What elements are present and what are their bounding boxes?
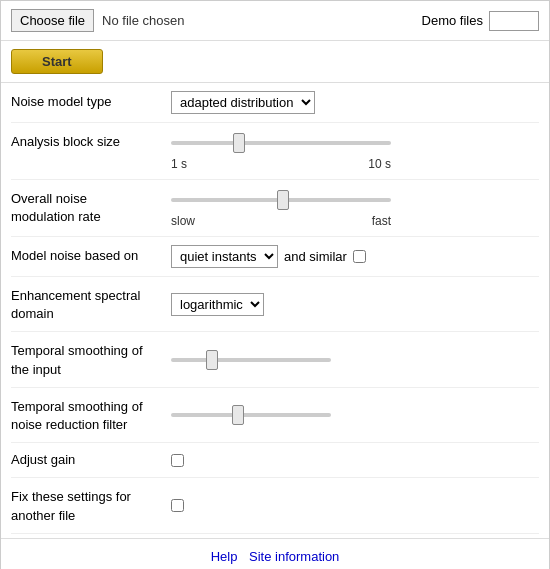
- noise-model-type-label: Noise model type: [11, 93, 171, 111]
- demo-files-input[interactable]: [489, 11, 539, 31]
- analysis-block-size-control: 1 s 10 s: [171, 131, 539, 171]
- top-bar-left: Choose file No file chosen: [11, 9, 184, 32]
- fix-settings-checkbox[interactable]: [171, 499, 184, 512]
- noise-modulation-slider-thumb[interactable]: [277, 190, 289, 210]
- temporal-smoothing-input-row: Temporal smoothing ofthe input: [11, 332, 539, 387]
- fix-settings-label: Fix these settings foranother file: [11, 486, 171, 524]
- footer: Help Site information: [1, 538, 549, 569]
- fix-settings-row: Fix these settings foranother file: [11, 478, 539, 533]
- noise-model-type-control: adapted distribution fixed custom: [171, 91, 539, 114]
- noise-modulation-min-label: slow: [171, 214, 195, 228]
- temporal-smoothing-input-slider-track: [171, 358, 331, 362]
- model-noise-based-on-control: quiet instants all instants and similar: [171, 245, 539, 268]
- analysis-block-slider-section: 1 s 10 s: [171, 131, 539, 171]
- adjust-gain-row: Adjust gain: [11, 443, 539, 478]
- site-info-link[interactable]: Site information: [249, 549, 339, 564]
- temporal-smoothing-filter-row: Temporal smoothing ofnoise reduction fil…: [11, 388, 539, 443]
- noise-modulation-slider-wrapper: [171, 188, 391, 212]
- temporal-smoothing-filter-slider-wrapper: [171, 403, 331, 427]
- noise-modulation-slider-section: slow fast: [171, 188, 539, 228]
- analysis-block-max-label: 10 s: [368, 157, 391, 171]
- temporal-smoothing-input-label: Temporal smoothing ofthe input: [11, 340, 171, 378]
- noise-modulation-rate-row: Overall noisemodulation rate slow fast: [11, 180, 539, 237]
- noise-modulation-slider-track: [171, 198, 391, 202]
- enhancement-spectral-select[interactable]: logarithmic linear: [171, 293, 264, 316]
- noise-modulation-slider-labels: slow fast: [171, 214, 391, 228]
- noise-modulation-rate-control: slow fast: [171, 188, 539, 228]
- adjust-gain-label: Adjust gain: [11, 451, 171, 469]
- start-section: Start: [1, 41, 549, 83]
- analysis-block-size-label: Analysis block size: [11, 131, 171, 151]
- temporal-smoothing-input-control: [171, 348, 539, 372]
- top-bar: Choose file No file chosen Demo files: [1, 1, 549, 41]
- and-similar-checkbox[interactable]: [353, 250, 366, 263]
- start-button[interactable]: Start: [11, 49, 103, 74]
- noise-model-type-row: Noise model type adapted distribution fi…: [11, 83, 539, 123]
- adjust-gain-checkbox[interactable]: [171, 454, 184, 467]
- temporal-smoothing-input-slider-wrapper: [171, 348, 331, 372]
- analysis-block-slider-labels: 1 s 10 s: [171, 157, 391, 171]
- choose-file-button[interactable]: Choose file: [11, 9, 94, 32]
- top-bar-right: Demo files: [422, 11, 539, 31]
- analysis-block-min-label: 1 s: [171, 157, 187, 171]
- temporal-smoothing-filter-slider-thumb[interactable]: [232, 405, 244, 425]
- analysis-block-slider-track: [171, 141, 391, 145]
- temporal-smoothing-filter-label: Temporal smoothing ofnoise reduction fil…: [11, 396, 171, 434]
- quiet-row: quiet instants all instants and similar: [171, 245, 366, 268]
- and-similar-label: and similar: [284, 249, 347, 264]
- temporal-smoothing-input-slider-thumb[interactable]: [206, 350, 218, 370]
- analysis-block-size-row: Analysis block size 1 s 10 s: [11, 123, 539, 180]
- temporal-smoothing-filter-control: [171, 403, 539, 427]
- noise-modulation-max-label: fast: [372, 214, 391, 228]
- no-file-label: No file chosen: [102, 13, 184, 28]
- help-link[interactable]: Help: [211, 549, 238, 564]
- enhancement-spectral-domain-label: Enhancement spectraldomain: [11, 285, 171, 323]
- adjust-gain-control: [171, 454, 539, 467]
- analysis-block-slider-wrapper: [171, 131, 391, 155]
- enhancement-spectral-domain-row: Enhancement spectraldomain logarithmic l…: [11, 277, 539, 332]
- temporal-smoothing-filter-slider-track: [171, 413, 331, 417]
- model-noise-based-on-row: Model noise based on quiet instants all …: [11, 237, 539, 277]
- noise-model-type-select[interactable]: adapted distribution fixed custom: [171, 91, 315, 114]
- demo-files-label: Demo files: [422, 13, 483, 28]
- main-content: Noise model type adapted distribution fi…: [1, 83, 549, 534]
- model-noise-based-on-label: Model noise based on: [11, 247, 171, 265]
- noise-modulation-rate-label: Overall noisemodulation rate: [11, 188, 171, 226]
- fix-settings-control: [171, 499, 539, 512]
- model-noise-select[interactable]: quiet instants all instants: [171, 245, 278, 268]
- enhancement-spectral-domain-control: logarithmic linear: [171, 293, 539, 316]
- analysis-block-slider-thumb[interactable]: [233, 133, 245, 153]
